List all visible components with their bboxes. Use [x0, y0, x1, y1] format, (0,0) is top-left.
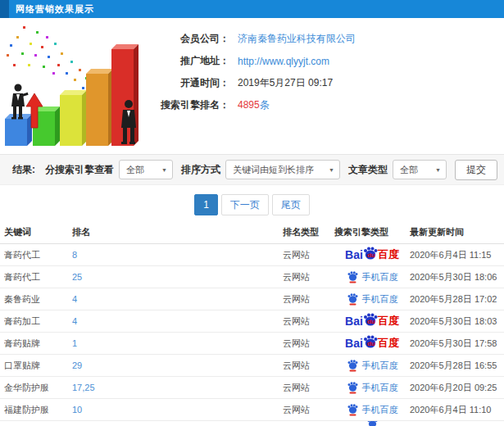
result-label: 结果:: [12, 163, 35, 177]
engine-cell: Baidu百度 手机百度: [334, 381, 410, 394]
chevron-down-icon: ▼: [329, 167, 334, 173]
bar-yellow: [60, 90, 87, 146]
confetti-dots: [7, 26, 99, 93]
info-row-company: 会员公司： 济南秦鲁药业科技有限公司: [139, 28, 500, 50]
mobile-baidu-paw-icon: [347, 403, 359, 416]
col-keyword: 关键词: [4, 226, 72, 238]
engine-cell: Baidu百度 手机百度: [334, 334, 410, 352]
mobile-baidu-logo: 手机百度: [347, 359, 398, 372]
open-time-label: 开通时间：: [139, 76, 229, 90]
pagination: 1 下一页 尾页: [0, 194, 504, 215]
keyword-cell: 金华防护服: [4, 382, 72, 394]
rank-link[interactable]: 8: [72, 250, 77, 260]
updated-cell: 2020年5月28日 16:55: [410, 360, 504, 372]
table-header-row: 关键词 排名 排名类型 搜索引擎类型 最新更新时间: [0, 221, 504, 244]
submit-button[interactable]: 提交: [455, 160, 497, 180]
baidu-logo: Baidu百度: [345, 312, 399, 330]
rank-count-value: 4895条: [238, 98, 270, 112]
updated-cell: 2020年6月4日 11:15: [410, 249, 504, 261]
keyword-cell: 膏药代工: [4, 249, 72, 261]
updated-cell: 2020年6月20日 09:25: [410, 382, 504, 394]
promo-url-link[interactable]: http://www.qlyyjt.com: [238, 56, 329, 67]
company-label: 会员公司：: [139, 32, 229, 46]
table-row: 膏药代工 25 云网站 Baidu百度 手机百度 2020年5月30日 18:0…: [0, 266, 504, 288]
keyword-cell: 膏药贴牌: [4, 338, 72, 350]
promo-url-label: 推广地址：: [139, 54, 229, 68]
col-updated: 最新更新时间: [410, 226, 504, 238]
rank-type-cell: 云网站: [283, 338, 334, 350]
rank-type-cell: 云网站: [283, 360, 334, 372]
rank-type-cell: 云网站: [283, 293, 334, 306]
rank-link[interactable]: 4: [72, 294, 77, 304]
rank-link[interactable]: 1: [72, 338, 77, 348]
company-link[interactable]: 济南秦鲁药业科技有限公司: [238, 32, 356, 46]
table-row-partial: [0, 421, 504, 426]
mobile-baidu-logo: 手机百度: [347, 270, 398, 283]
table-row: 膏药加工 4 云网站 Baidu百度 手机百度 2020年5月30日 18:03: [0, 310, 504, 333]
engine-cell: Baidu百度 手机百度: [334, 246, 410, 264]
baidu-paw-icon: du: [362, 312, 379, 327]
article-type-select[interactable]: 全部 ▼: [393, 160, 447, 179]
table-row: 膏药代工 8 云网站 Baidu百度 手机百度 2020年6月4日 11:15: [0, 244, 504, 266]
baidu-logo: Baidu百度: [345, 246, 399, 264]
sort-filter-select[interactable]: 关键词由短到长排序 ▼: [225, 160, 340, 179]
bar-orange: [86, 69, 113, 146]
engine-cell: Baidu百度 手机百度: [334, 403, 410, 416]
engine-cell: Baidu百度 手机百度: [334, 292, 410, 306]
engine-filter-label: 分搜索引擎查看: [45, 163, 114, 177]
mobile-baidu-paw-icon: [347, 292, 359, 306]
keyword-cell: 福建防护服: [4, 404, 72, 416]
mobile-baidu-logo: 手机百度: [347, 292, 398, 306]
info-row-open-time: 开通时间： 2019年5月27日 09:17: [139, 72, 500, 94]
engine-cell: [334, 421, 410, 426]
updated-cell: 2020年6月4日 11:10: [410, 404, 504, 416]
sort-filter-label: 排序方式: [181, 163, 220, 177]
chevron-down-icon: ▼: [435, 167, 441, 173]
rank-type-cell: 云网站: [283, 404, 334, 416]
keyword-rank-table: 关键词 排名 排名类型 搜索引擎类型 最新更新时间 膏药代工 8 云网站 Bai…: [0, 221, 504, 426]
updated-cell: 2020年5月30日 18:03: [410, 315, 504, 328]
mobile-baidu-logo: 手机百度: [347, 403, 398, 416]
col-rank: 排名: [72, 226, 283, 238]
title-bar: 网络营销效果展示: [0, 0, 504, 18]
filter-bar: 结果: 分搜索引擎查看 全部 ▼ 排序方式 关键词由短到长排序 ▼ 文章类型 全…: [0, 154, 504, 185]
table-row: 口罩贴牌 29 云网站 Baidu百度 手机百度 2020年5月28日 16:5…: [0, 355, 504, 377]
rank-link[interactable]: 4: [72, 316, 77, 326]
keyword-cell: 秦鲁药业: [4, 293, 72, 306]
mobile-baidu-logo: 手机百度: [347, 381, 398, 394]
rank-link[interactable]: 25: [72, 272, 82, 282]
chevron-down-icon: ▼: [161, 167, 167, 173]
updated-cell: 2020年5月30日 17:58: [410, 338, 504, 350]
engine-cell: Baidu百度 手机百度: [334, 359, 410, 372]
growth-chart-illustration: [0, 25, 143, 149]
mobile-baidu-paw-icon: [366, 421, 379, 426]
keyword-cell: 膏药加工: [4, 315, 72, 328]
col-rank-type: 排名类型: [283, 226, 334, 238]
sort-filter-value: 关键词由短到长排序: [233, 164, 314, 176]
page-title: 网络营销效果展示: [16, 3, 94, 16]
table-row: 福建防护服 10 云网站 Baidu百度 手机百度 2020年6月4日 11:1…: [0, 399, 504, 421]
member-info-section: 会员公司： 济南秦鲁药业科技有限公司 推广地址： http://www.qlyy…: [0, 18, 504, 152]
updated-cell: 2020年5月28日 17:02: [410, 293, 504, 306]
info-row-url: 推广地址： http://www.qlyyjt.com: [139, 50, 500, 72]
page-button-current[interactable]: 1: [194, 194, 218, 215]
last-page-button[interactable]: 尾页: [272, 194, 310, 215]
mobile-baidu-logo: [366, 421, 379, 426]
filter-group: 分搜索引擎查看 全部 ▼ 排序方式 关键词由短到长排序 ▼ 文章类型 全部 ▼ …: [37, 160, 497, 180]
mobile-baidu-paw-icon: [347, 270, 359, 283]
rank-count-suffix: 条: [260, 99, 270, 111]
rank-link[interactable]: 10: [72, 405, 82, 415]
engine-filter-select[interactable]: 全部 ▼: [119, 160, 173, 179]
engine-filter-value: 全部: [126, 164, 144, 176]
mobile-baidu-paw-icon: [347, 381, 359, 394]
rank-link[interactable]: 29: [72, 360, 82, 370]
col-engine-type: 搜索引擎类型: [334, 226, 410, 238]
rank-count-number: 4895: [238, 99, 260, 111]
rank-link[interactable]: 17,25: [72, 383, 95, 392]
next-page-button[interactable]: 下一页: [221, 194, 269, 215]
updated-cell: 2020年5月30日 18:06: [410, 271, 504, 283]
open-time-value: 2019年5月27日 09:17: [238, 76, 333, 90]
table-row: 金华防护服 17,25 云网站 Baidu百度 手机百度 2020年6月20日 …: [0, 377, 504, 399]
member-info-fields: 会员公司： 济南秦鲁药业科技有限公司 推广地址： http://www.qlyy…: [139, 28, 500, 116]
table-row: 秦鲁药业 4 云网站 Baidu百度 手机百度 2020年5月28日 17:02: [0, 288, 504, 310]
